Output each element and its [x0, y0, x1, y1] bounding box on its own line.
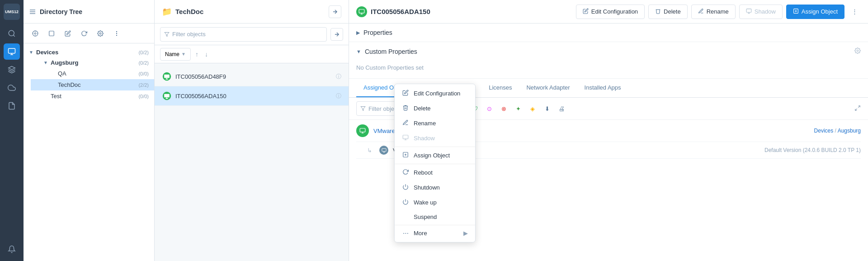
middle-panel-header: 📁 TechDoc	[155, 0, 349, 24]
sort-asc-button[interactable]: ↑	[193, 48, 200, 61]
svg-point-33	[857, 50, 859, 52]
ctx-assign-object[interactable]: Assign Object	[395, 148, 475, 163]
augsburg-label: Augsburg	[51, 59, 137, 66]
filter-arrow-button[interactable]	[330, 28, 343, 41]
devices-section-header[interactable]: ▼ Devices (0/2)	[24, 47, 154, 57]
toolbar-edit-icon[interactable]	[61, 27, 74, 40]
ctx-reboot-icon	[402, 169, 409, 176]
ctx-edit-label: Edit Configuration	[414, 90, 460, 97]
svg-rect-38	[382, 148, 386, 151]
gear-icon[interactable]	[854, 47, 861, 55]
ctx-more[interactable]: ⋯ More ▶	[395, 226, 475, 240]
delete-btn-icon	[655, 8, 661, 15]
device-info-icon-0[interactable]: ⓘ	[336, 73, 341, 81]
ctx-divider-2	[395, 164, 475, 164]
tree-item-qa[interactable]: QA (0/0)	[31, 68, 154, 79]
edit-configuration-button[interactable]: Edit Configuration	[576, 5, 645, 19]
svg-rect-30	[359, 9, 364, 13]
toolbar-more-icon[interactable]	[110, 27, 123, 40]
device-item-1[interactable]: ITC005056ADA150 ⓘ	[155, 86, 349, 106]
sort-down-icon: ↓	[205, 51, 208, 58]
ctx-suspend-label: Suspend	[414, 214, 437, 220]
ctx-edit-configuration[interactable]: Edit Configuration	[395, 86, 475, 101]
ctx-assign-icon	[402, 152, 409, 159]
tree-item-techdoc[interactable]: TechDoc (2/2)	[31, 79, 154, 90]
tab-licenses[interactable]: Licenses	[481, 79, 519, 97]
custom-properties-content: No Custom Properties set	[349, 61, 868, 78]
directory-tree-panel: Directory Tree ▼ Devices (0/2)	[24, 0, 155, 261]
ctx-suspend[interactable]: Suspend	[395, 210, 475, 224]
ctx-delete[interactable]: Delete	[395, 101, 475, 116]
qa-label: QA	[58, 70, 137, 77]
tab-download-btn[interactable]: ⬇	[541, 102, 553, 115]
tab-check-btn[interactable]: ✦	[512, 102, 524, 115]
ctx-rename[interactable]: Rename	[395, 116, 475, 131]
svg-point-15	[116, 33, 117, 33]
rename-button[interactable]: Rename	[691, 5, 736, 19]
expand-button[interactable]	[854, 105, 861, 113]
properties-section-header[interactable]: ▶ Properties	[349, 24, 868, 42]
more-options-button[interactable]: ⋮	[848, 5, 861, 18]
devices-count: (0/2)	[138, 50, 149, 55]
tab-print-btn[interactable]: 🖨	[555, 102, 568, 115]
nav-search[interactable]	[4, 25, 20, 42]
custom-properties-header[interactable]: ▼ Custom Properties	[349, 42, 868, 61]
tree-item-test[interactable]: Test (0/0)	[31, 90, 154, 102]
tab-star-btn[interactable]: ◈	[526, 102, 539, 115]
toolbar-refresh-icon[interactable]	[78, 27, 90, 40]
ctx-shadow-icon	[402, 134, 409, 142]
tab-network-adapter[interactable]: Network Adapter	[519, 79, 577, 97]
devices-link[interactable]: Devices	[814, 128, 834, 134]
folder-icon: 📁	[162, 7, 172, 17]
ctx-shutdown[interactable]: Shutdown	[395, 180, 475, 195]
augsburg-link[interactable]: Augsburg	[838, 128, 861, 134]
nav-cloud[interactable]	[4, 80, 20, 96]
ctx-reboot[interactable]: Reboot	[395, 165, 475, 180]
sort-dropdown-icon: ▼	[181, 52, 186, 57]
ctx-shutdown-icon	[402, 184, 409, 191]
assign-btn-icon	[793, 8, 799, 15]
augsburg-header[interactable]: ▼ Augsburg (0/2)	[31, 57, 154, 68]
nav-layers[interactable]	[4, 62, 20, 78]
qa-count: (0/0)	[138, 71, 149, 76]
devices-label: Devices	[36, 49, 137, 56]
rename-btn-icon	[698, 8, 704, 15]
shadow-btn-icon	[746, 8, 752, 15]
svg-marker-2	[9, 66, 15, 70]
directory-tree-toolbar	[24, 24, 154, 43]
sort-desc-button[interactable]: ↓	[203, 48, 210, 61]
tab-app-btn[interactable]: ⊙	[483, 102, 495, 115]
navigate-arrow-button[interactable]	[329, 5, 341, 18]
svg-point-7	[34, 33, 36, 34]
middle-panel-title: TechDoc	[175, 8, 325, 15]
toolbar-target-icon[interactable]	[29, 27, 42, 40]
toolbar-file-icon[interactable]	[45, 27, 58, 40]
right-device-title: ITC005056ADA150	[371, 8, 572, 15]
ctx-shadow[interactable]: Shadow	[395, 131, 475, 146]
shadow-button[interactable]: Shadow	[739, 5, 783, 19]
svg-marker-34	[361, 107, 365, 111]
device-green-icon	[162, 72, 171, 81]
nav-document[interactable]	[4, 98, 20, 114]
sort-name-button[interactable]: Name ▼	[160, 48, 191, 61]
toolbar-settings-icon[interactable]	[94, 27, 107, 40]
device-info-icon-1[interactable]: ⓘ	[336, 92, 341, 100]
tab-licenses-label: Licenses	[489, 84, 512, 91]
svg-point-14	[116, 31, 117, 32]
edit-configuration-label: Edit Configuration	[591, 8, 638, 15]
delete-button[interactable]: Delete	[648, 5, 688, 19]
nav-bell[interactable]	[4, 241, 20, 257]
properties-arrow-icon: ▶	[356, 30, 360, 36]
nav-monitor[interactable]	[4, 43, 20, 60]
filter-input-container[interactable]: Filter objects	[160, 27, 327, 42]
assign-object-button[interactable]: Assign Object	[786, 5, 844, 19]
svg-marker-17	[165, 32, 169, 36]
middle-sort-bar: Name ▼ ↑ ↓	[155, 45, 349, 63]
sort-up-icon: ↑	[195, 51, 198, 58]
device-item-0[interactable]: ITC005056AD48F9 ⓘ	[155, 67, 349, 86]
tab-installed-apps[interactable]: Installed Apps	[577, 79, 628, 97]
ctx-divider-3	[395, 225, 475, 225]
ctx-wakeup[interactable]: Wake up	[395, 195, 475, 210]
tab-alert-btn[interactable]: ⊗	[497, 102, 510, 115]
vmware-horizon-icon	[379, 146, 388, 155]
